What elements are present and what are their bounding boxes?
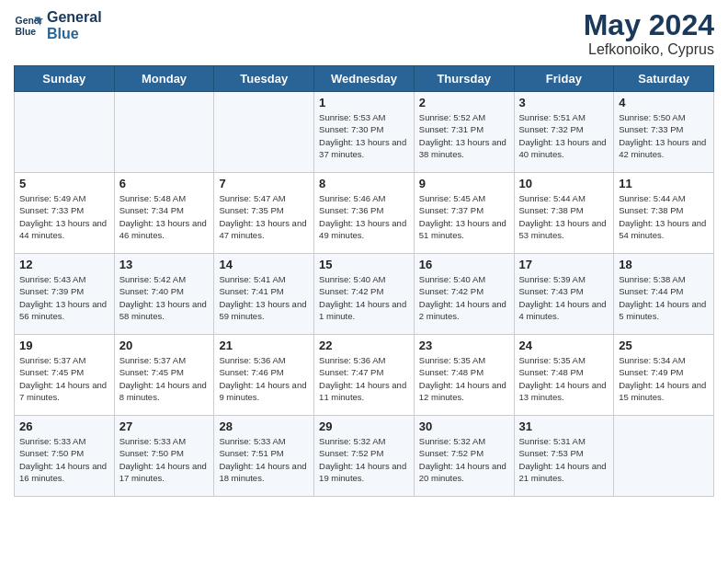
week-row-4: 19Sunrise: 5:37 AM Sunset: 7:45 PM Dayli… [15,335,714,416]
day-number: 29 [319,419,409,433]
day-info: Sunrise: 5:37 AM Sunset: 7:45 PM Dayligh… [19,354,109,403]
day-cell-1-3: 8Sunrise: 5:46 AM Sunset: 7:36 PM Daylig… [314,173,415,254]
day-info: Sunrise: 5:40 AM Sunset: 7:42 PM Dayligh… [319,273,409,322]
day-info: Sunrise: 5:53 AM Sunset: 7:30 PM Dayligh… [319,111,409,160]
day-cell-4-4: 30Sunrise: 5:32 AM Sunset: 7:52 PM Dayli… [414,416,514,497]
day-cell-1-4: 9Sunrise: 5:45 AM Sunset: 7:37 PM Daylig… [414,173,514,254]
col-friday: Friday [514,66,614,92]
day-cell-3-6: 25Sunrise: 5:34 AM Sunset: 7:49 PM Dayli… [614,335,714,416]
day-info: Sunrise: 5:35 AM Sunset: 7:48 PM Dayligh… [419,354,509,403]
day-info: Sunrise: 5:33 AM Sunset: 7:50 PM Dayligh… [119,435,210,484]
day-number: 9 [419,177,509,190]
day-number: 16 [419,258,509,271]
col-thursday: Thursday [414,66,514,92]
day-cell-3-2: 21Sunrise: 5:36 AM Sunset: 7:46 PM Dayli… [214,335,314,416]
day-info: Sunrise: 5:35 AM Sunset: 7:48 PM Dayligh… [519,354,609,403]
day-number: 19 [19,339,109,352]
day-cell-3-0: 19Sunrise: 5:37 AM Sunset: 7:45 PM Dayli… [15,335,115,416]
day-cell-4-5: 31Sunrise: 5:31 AM Sunset: 7:53 PM Dayli… [514,416,614,497]
logo-text-line1: General [47,9,102,26]
week-row-3: 12Sunrise: 5:43 AM Sunset: 7:39 PM Dayli… [15,254,714,335]
day-cell-2-0: 12Sunrise: 5:43 AM Sunset: 7:39 PM Dayli… [15,254,115,335]
day-info: Sunrise: 5:37 AM Sunset: 7:45 PM Dayligh… [119,354,210,403]
month-title: May 2024 [584,9,714,41]
day-info: Sunrise: 5:33 AM Sunset: 7:51 PM Dayligh… [219,435,309,484]
day-number: 11 [619,177,709,190]
day-cell-3-3: 22Sunrise: 5:36 AM Sunset: 7:47 PM Dayli… [314,335,415,416]
day-number: 21 [219,339,309,352]
day-number: 4 [619,96,709,109]
logo-icon: General Blue [14,11,43,40]
col-wednesday: Wednesday [314,66,415,92]
day-number: 13 [119,258,210,271]
day-number: 20 [119,339,210,352]
day-info: Sunrise: 5:38 AM Sunset: 7:44 PM Dayligh… [619,273,709,322]
day-cell-0-6: 4Sunrise: 5:50 AM Sunset: 7:33 PM Daylig… [614,92,714,173]
day-info: Sunrise: 5:36 AM Sunset: 7:46 PM Dayligh… [219,354,309,403]
title-section: May 2024 Lefkonoiko, Cyprus [584,9,714,58]
col-sunday: Sunday [15,66,115,92]
day-cell-2-5: 17Sunrise: 5:39 AM Sunset: 7:43 PM Dayli… [514,254,614,335]
day-cell-2-2: 14Sunrise: 5:41 AM Sunset: 7:41 PM Dayli… [214,254,314,335]
svg-text:Blue: Blue [16,27,37,37]
day-number: 3 [519,96,609,109]
day-cell-4-0: 26Sunrise: 5:33 AM Sunset: 7:50 PM Dayli… [15,416,115,497]
day-number: 28 [219,419,309,433]
day-cell-1-1: 6Sunrise: 5:48 AM Sunset: 7:34 PM Daylig… [114,173,214,254]
day-cell-4-1: 27Sunrise: 5:33 AM Sunset: 7:50 PM Dayli… [114,416,214,497]
day-info: Sunrise: 5:52 AM Sunset: 7:31 PM Dayligh… [419,111,509,160]
day-info: Sunrise: 5:48 AM Sunset: 7:34 PM Dayligh… [119,192,210,241]
day-info: Sunrise: 5:31 AM Sunset: 7:53 PM Dayligh… [519,435,609,484]
day-number: 17 [519,258,609,271]
day-cell-0-4: 2Sunrise: 5:52 AM Sunset: 7:31 PM Daylig… [414,92,514,173]
calendar-table: Sunday Monday Tuesday Wednesday Thursday… [14,65,714,497]
day-cell-4-3: 29Sunrise: 5:32 AM Sunset: 7:52 PM Dayli… [314,416,415,497]
day-cell-0-0 [15,92,115,173]
day-info: Sunrise: 5:32 AM Sunset: 7:52 PM Dayligh… [319,435,409,484]
day-number: 8 [319,177,409,190]
day-cell-2-6: 18Sunrise: 5:38 AM Sunset: 7:44 PM Dayli… [614,254,714,335]
day-number: 18 [619,258,709,271]
day-cell-1-0: 5Sunrise: 5:49 AM Sunset: 7:33 PM Daylig… [15,173,115,254]
day-info: Sunrise: 5:36 AM Sunset: 7:47 PM Dayligh… [319,354,409,403]
calendar-header-row: Sunday Monday Tuesday Wednesday Thursday… [15,66,714,92]
page-header: General Blue General Blue May 2024 Lefko… [14,9,714,58]
day-info: Sunrise: 5:34 AM Sunset: 7:49 PM Dayligh… [619,354,709,403]
day-cell-3-4: 23Sunrise: 5:35 AM Sunset: 7:48 PM Dayli… [414,335,514,416]
day-number: 22 [319,339,409,352]
day-number: 30 [419,419,509,433]
day-info: Sunrise: 5:41 AM Sunset: 7:41 PM Dayligh… [219,273,309,322]
day-info: Sunrise: 5:49 AM Sunset: 7:33 PM Dayligh… [19,192,109,241]
day-number: 12 [19,258,109,271]
day-number: 25 [619,339,709,352]
day-info: Sunrise: 5:46 AM Sunset: 7:36 PM Dayligh… [319,192,409,241]
day-cell-0-3: 1Sunrise: 5:53 AM Sunset: 7:30 PM Daylig… [314,92,415,173]
day-info: Sunrise: 5:33 AM Sunset: 7:50 PM Dayligh… [19,435,109,484]
day-info: Sunrise: 5:42 AM Sunset: 7:40 PM Dayligh… [119,273,210,322]
day-cell-1-5: 10Sunrise: 5:44 AM Sunset: 7:38 PM Dayli… [514,173,614,254]
day-info: Sunrise: 5:50 AM Sunset: 7:33 PM Dayligh… [619,111,709,160]
day-number: 27 [119,419,210,433]
day-info: Sunrise: 5:51 AM Sunset: 7:32 PM Dayligh… [519,111,609,160]
day-cell-3-5: 24Sunrise: 5:35 AM Sunset: 7:48 PM Dayli… [514,335,614,416]
day-info: Sunrise: 5:45 AM Sunset: 7:37 PM Dayligh… [419,192,509,241]
day-info: Sunrise: 5:43 AM Sunset: 7:39 PM Dayligh… [19,273,109,322]
day-info: Sunrise: 5:40 AM Sunset: 7:42 PM Dayligh… [419,273,509,322]
logo-text-line2: Blue [47,26,102,42]
day-cell-4-6 [614,416,714,497]
day-number: 14 [219,258,309,271]
day-number: 6 [119,177,210,190]
col-saturday: Saturday [614,66,714,92]
page-container: General Blue General Blue May 2024 Lefko… [0,0,728,506]
logo: General Blue General Blue [14,9,102,43]
day-cell-4-2: 28Sunrise: 5:33 AM Sunset: 7:51 PM Dayli… [214,416,314,497]
day-cell-1-6: 11Sunrise: 5:44 AM Sunset: 7:38 PM Dayli… [614,173,714,254]
col-tuesday: Tuesday [214,66,314,92]
week-row-5: 26Sunrise: 5:33 AM Sunset: 7:50 PM Dayli… [15,416,714,497]
week-row-2: 5Sunrise: 5:49 AM Sunset: 7:33 PM Daylig… [15,173,714,254]
day-info: Sunrise: 5:47 AM Sunset: 7:35 PM Dayligh… [219,192,309,241]
day-cell-2-1: 13Sunrise: 5:42 AM Sunset: 7:40 PM Dayli… [114,254,214,335]
day-info: Sunrise: 5:44 AM Sunset: 7:38 PM Dayligh… [519,192,609,241]
day-number: 23 [419,339,509,352]
day-info: Sunrise: 5:44 AM Sunset: 7:38 PM Dayligh… [619,192,709,241]
